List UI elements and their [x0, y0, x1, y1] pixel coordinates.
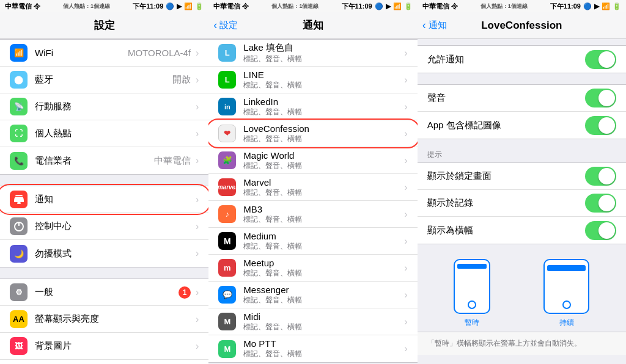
notif-icon	[10, 191, 28, 208]
notif-label: 通知	[35, 194, 196, 205]
hotspot-label: 個人熱點	[35, 128, 196, 139]
lc-lock-screen[interactable]: 顯示於鎖定畫面	[418, 163, 626, 190]
messenger-icon: 💬	[218, 286, 236, 304]
panel-2: 中華電信 令 個人熱點：1個連線 下午11:09 🔵 ▶ 📶 🔋 ‹ 設定 通知…	[208, 0, 417, 364]
notification-bell-icon	[13, 194, 24, 205]
banner-toggle[interactable]	[585, 221, 616, 240]
notif-row-midi[interactable]: M Midi 標記、聲音、橫幅 ›	[208, 308, 417, 335]
midi-chevron: ›	[404, 316, 407, 327]
back-to-settings[interactable]: ‹ 設定	[213, 19, 238, 32]
magicworld-chevron: ›	[404, 155, 407, 166]
notif-row-meetup[interactable]: m Meetup 標記、聲音、橫幅 ›	[208, 255, 417, 282]
meetup-icon: m	[218, 259, 236, 277]
mb3-label: MB3 標記、聲音、橫幅	[243, 204, 404, 225]
notif-row-magicworld[interactable]: 🧩 Magic World 標記、聲音、橫幅 ›	[208, 147, 417, 174]
gap-3c	[418, 139, 626, 145]
medium-icon: M	[218, 232, 236, 250]
settings-row-dnd[interactable]: 🌙 勿擾模式 ›	[0, 240, 208, 267]
settings-row-wifi[interactable]: 📶 WiFi MOTOROLA-4f ›	[0, 40, 208, 67]
bt-icon: 🔵	[166, 2, 174, 10]
status-bar-3: 中華電信 令 個人熱點：1個連線 下午11:09 🔵 ▶ 📶 🔋	[418, 0, 626, 12]
back-to-notifications[interactable]: ‹ 通知	[422, 19, 447, 32]
notif-row-mb3[interactable]: ♪ MB3 標記、聲音、橫幅 ›	[208, 201, 417, 228]
lc-banner[interactable]: 顯示為橫幅	[418, 217, 626, 244]
status-icons-3: 下午11:09 🔵 ▶ 📶 🔋	[550, 2, 621, 11]
control-chevron: ›	[196, 221, 199, 232]
mb3-chevron: ›	[404, 209, 407, 220]
hotspot-chevron: ›	[196, 128, 199, 139]
notif-row-line[interactable]: L LINE 標記、聲音、橫幅 ›	[208, 67, 417, 93]
wifi-chevron: ›	[196, 48, 199, 59]
wallpaper-label: 背景圖片	[35, 340, 196, 352]
general-badge: 1	[179, 286, 191, 299]
mobile-chevron: ›	[196, 101, 199, 112]
back-chevron-2: ‹	[213, 19, 217, 32]
wallpaper-icon: 🖼	[10, 337, 28, 355]
panel-1: 中華電信 令 個人熱點：1個連線 下午11:09 🔵 ▶ 📶 🔋 設定 📶 Wi…	[0, 0, 208, 364]
settings-group-1: 📶 WiFi MOTOROLA-4f › ⬤ 藍牙 開啟 › 📡 行動服務 › …	[0, 39, 208, 175]
line-icon: L	[218, 71, 236, 89]
linkedin-chevron: ›	[404, 101, 407, 112]
notif-row-linkedin[interactable]: in LinkedIn 標記、聲音、橫幅 ›	[208, 93, 417, 120]
notif-row-marvel[interactable]: marvel Marvel 標記、聲音、橫幅 ›	[208, 174, 417, 201]
settings-row-bt[interactable]: ⬤ 藍牙 開啟 ›	[0, 67, 208, 93]
lc-app-badge[interactable]: App 包含標記圖像	[418, 112, 626, 139]
lock-screen-toggle[interactable]	[585, 167, 616, 186]
moptt-chevron: ›	[404, 343, 407, 354]
notif-row-moptt[interactable]: M Mo PTT 標記、聲音、橫幅 ›	[208, 335, 417, 362]
medium-chevron: ›	[404, 236, 407, 247]
wifi-label: WiFi	[35, 48, 128, 58]
signal-icon: ▶	[177, 2, 182, 10]
nav-title-settings: 設定	[94, 18, 115, 32]
gap-1	[0, 175, 208, 186]
settings-row-carrier[interactable]: 📞 電信業者 中華電信 ›	[0, 147, 208, 174]
notif-row-loveconfession[interactable]: ❤ LoveConfession 標記、聲音、橫幅 ›	[208, 120, 417, 147]
allow-notif-toggle[interactable]	[585, 50, 616, 69]
notif-row-medium[interactable]: M Medium 標記、聲音、橫幅 ›	[208, 228, 417, 255]
control-label: 控制中心	[35, 220, 196, 232]
control-center-icon	[13, 221, 24, 232]
notif-row-messenger[interactable]: 💬 Messenger 標記、聲音、橫幅 ›	[208, 282, 417, 308]
notifications-scroll[interactable]: L Lake 填色自 標記、聲音、橫幅 › L LINE 標記、聲音、橫幅 › …	[208, 39, 417, 364]
gap-3b	[418, 73, 626, 84]
lc-allow-notifications[interactable]: 允許通知	[418, 46, 626, 73]
settings-row-hotspot[interactable]: ⛶ 個人熱點 ›	[0, 120, 208, 147]
settings-scroll[interactable]: 📶 WiFi MOTOROLA-4f › ⬤ 藍牙 開啟 › 📡 行動服務 › …	[0, 39, 208, 364]
loveconfession-chevron: ›	[404, 128, 407, 139]
mb3-icon: ♪	[218, 205, 236, 223]
carrier-chevron: ›	[196, 155, 199, 166]
loveconfession-scroll[interactable]: 允許通知 聲音 App 包含標記圖像 提示 顯示於鎖定畫面	[418, 39, 626, 364]
alerts-section-header: 提示	[418, 145, 626, 162]
phone-home-btn-temp	[468, 300, 476, 309]
medium-label: Medium 標記、聲音、橫幅	[243, 231, 404, 252]
signal-icon-3: ▶	[594, 2, 599, 10]
settings-row-mobile[interactable]: 📡 行動服務 ›	[0, 93, 208, 120]
moptt-icon: M	[218, 340, 236, 358]
hotspot-3: 個人熱點：1個連線	[481, 2, 528, 10]
sound-toggle[interactable]	[585, 89, 616, 107]
nav-bar-notifications: ‹ 設定 通知	[208, 12, 417, 39]
phone-temp: 暫時	[454, 259, 490, 328]
display-label: 螢幕顯示與亮度	[35, 313, 196, 325]
notif-row-lake[interactable]: L Lake 填色自 標記、聲音、橫幅 ›	[208, 40, 417, 67]
sound-label-lc: 聲音	[427, 92, 585, 104]
history-label: 顯示於記錄	[427, 197, 585, 209]
settings-row-control[interactable]: 控制中心 ›	[0, 213, 208, 240]
loveconfession-label: LoveConfession 標記、聲音、橫幅	[243, 123, 404, 144]
hotspot-2: 個人熱點：1個連線	[271, 2, 319, 10]
lc-sound[interactable]: 聲音	[418, 85, 626, 112]
lc-history[interactable]: 顯示於記錄	[418, 190, 626, 217]
settings-row-general[interactable]: ⚙ 一般 1 ›	[0, 279, 208, 306]
meetup-chevron: ›	[404, 263, 407, 274]
settings-row-sound[interactable]: 🔊 聲音 ›	[0, 360, 208, 364]
app-badge-toggle[interactable]	[585, 116, 616, 135]
linkedin-label: LinkedIn 標記、聲音、橫幅	[243, 96, 404, 117]
settings-row-wallpaper[interactable]: 🖼 背景圖片 ›	[0, 333, 208, 360]
mobile-icon: 📡	[10, 98, 28, 115]
gap-2	[0, 268, 208, 278]
history-toggle[interactable]	[585, 194, 616, 213]
settings-row-notifications[interactable]: 通知 ›	[0, 186, 208, 213]
magicworld-icon: 🧩	[218, 151, 236, 169]
settings-row-display[interactable]: AA 螢幕顯示與亮度 ›	[0, 306, 208, 333]
carrier-3: 中華電信 令	[422, 2, 458, 11]
